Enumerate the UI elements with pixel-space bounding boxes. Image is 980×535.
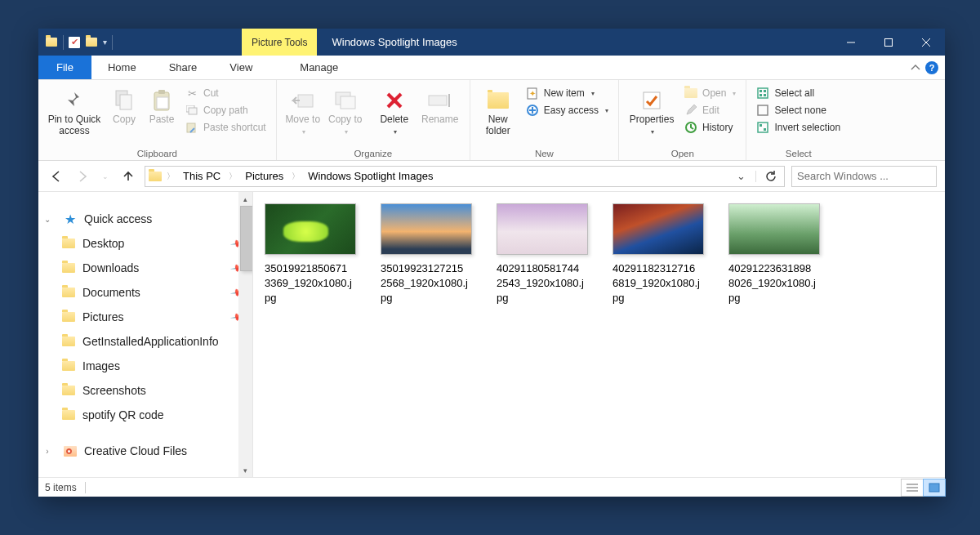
tree-item-downloads[interactable]: Downloads📌	[38, 256, 252, 280]
svg-rect-28	[764, 90, 766, 92]
qat-separator	[112, 35, 113, 50]
chevron-right-icon[interactable]: 〉	[163, 171, 178, 182]
tree-item-pictures[interactable]: Pictures📌	[38, 305, 252, 329]
edit-button[interactable]: Edit	[681, 103, 739, 118]
file-item[interactable]: 350199231272152568_1920x1080.jpg	[381, 203, 479, 306]
folder-icon[interactable]	[85, 36, 98, 49]
tab-home[interactable]: Home	[91, 56, 153, 79]
file-name: 350199218506713369_1920x1080.jpg	[265, 261, 363, 306]
tree-scrollbar[interactable]: ▴ ▾	[238, 192, 252, 477]
invert-selection-button[interactable]: Invert selection	[753, 120, 844, 135]
svg-rect-12	[298, 95, 313, 107]
copy-to-icon	[334, 90, 357, 111]
copy-path-button[interactable]: Copy path	[182, 103, 270, 118]
search-box[interactable]	[791, 166, 937, 187]
tree-item-documents[interactable]: Documents📌	[38, 280, 252, 305]
cut-icon: ✂	[185, 87, 198, 100]
maximize-button[interactable]	[870, 29, 907, 56]
history-icon	[684, 121, 697, 134]
tab-share[interactable]: Share	[153, 56, 214, 79]
back-button[interactable]	[50, 170, 63, 183]
chevron-right-icon[interactable]: 〉	[288, 171, 303, 182]
ribbon-collapse[interactable]: ?	[904, 56, 945, 79]
qat-overflow[interactable]: ▾	[103, 38, 107, 47]
easy-access-button[interactable]: Easy access▾	[523, 103, 612, 118]
history-button[interactable]: History	[681, 120, 739, 135]
paste-button[interactable]: Paste	[145, 83, 179, 126]
new-item-button[interactable]: ✦New item▾	[523, 86, 612, 100]
cut-button[interactable]: ✂Cut	[182, 86, 270, 100]
up-button[interactable]	[122, 170, 135, 183]
file-item[interactable]: 350199218506713369_1920x1080.jpg	[265, 203, 363, 306]
context-tab-picture-tools[interactable]: Picture Tools	[242, 29, 317, 56]
paste-shortcut-button[interactable]: Paste shortcut	[182, 120, 270, 135]
close-button[interactable]	[907, 29, 945, 56]
breadcrumb-this-pc[interactable]: This PC	[180, 170, 224, 182]
group-label: New	[477, 149, 612, 160]
status-bar: 5 items	[38, 477, 945, 497]
search-input[interactable]	[797, 170, 934, 182]
svg-rect-40	[929, 484, 939, 492]
tree-quick-access[interactable]: ⌄★Quick access	[38, 207, 252, 231]
group-organize: Move to ▾ Copy to ▾ Delete▾ Rename Organ…	[277, 80, 470, 160]
svg-rect-33	[760, 124, 762, 127]
chevron-right-icon[interactable]: 〉	[225, 171, 240, 182]
delete-icon	[385, 91, 403, 109]
thumbnails-view-button[interactable]	[923, 479, 946, 497]
tab-manage[interactable]: Manage	[283, 56, 354, 79]
scroll-up-icon[interactable]: ▴	[238, 192, 252, 206]
file-item[interactable]: 402911823127166819_1920x1080.jpg	[612, 203, 710, 306]
copy-to-button[interactable]: Copy to ▾	[326, 83, 365, 137]
folder-icon	[149, 172, 162, 181]
easy-access-icon	[526, 104, 539, 117]
delete-button[interactable]: Delete▾	[375, 83, 414, 137]
select-none-icon	[756, 104, 769, 117]
move-to-icon	[292, 90, 314, 111]
tab-view[interactable]: View	[213, 56, 269, 79]
properties-qat-icon[interactable]: ✔	[69, 37, 80, 48]
view-toggle	[901, 478, 945, 497]
rename-button[interactable]: Rename	[417, 83, 463, 126]
forward-button[interactable]	[76, 170, 89, 183]
refresh-button[interactable]	[761, 167, 781, 186]
group-label: Organize	[283, 149, 463, 160]
group-label: Open	[626, 149, 739, 160]
tree-item[interactable]: spotify QR code	[38, 403, 252, 427]
address-dropdown[interactable]: ⌄	[731, 167, 751, 186]
tree-item[interactable]: Images	[38, 354, 252, 378]
select-all-button[interactable]: Select all	[753, 86, 844, 100]
minimize-button[interactable]	[832, 29, 870, 56]
select-none-button[interactable]: Select none	[753, 103, 844, 118]
scroll-thumb[interactable]	[240, 206, 253, 271]
file-list[interactable]: 350199218506713369_1920x1080.jpg35019923…	[253, 192, 945, 477]
move-to-button[interactable]: Move to ▾	[283, 83, 323, 137]
tree-item[interactable]: GetInstalledApplicationInfo	[38, 329, 252, 354]
svg-rect-32	[758, 123, 768, 132]
tree-creative-cloud[interactable]: ›Creative Cloud Files	[38, 439, 252, 463]
svg-text:✦: ✦	[529, 89, 536, 98]
help-icon[interactable]: ?	[925, 61, 938, 74]
content-area: ⌄★Quick access Desktop📌 Downloads📌 Docum…	[38, 192, 945, 477]
scroll-down-icon[interactable]: ▾	[238, 463, 252, 477]
breadcrumb-current[interactable]: Windows Spotlight Images	[305, 170, 436, 182]
creative-cloud-icon	[63, 444, 78, 458]
group-label: Clipboard	[45, 149, 270, 160]
copy-button[interactable]: Copy	[107, 83, 141, 126]
recent-locations[interactable]: ⌄	[102, 172, 109, 181]
pin-to-quick-access-button[interactable]: Pin to Quick access	[45, 83, 104, 137]
properties-icon	[641, 90, 662, 111]
file-item[interactable]: 402912236318988026_1920x1080.jpg	[728, 203, 826, 306]
tree-item-desktop[interactable]: Desktop📌	[38, 231, 252, 256]
tab-file[interactable]: File	[38, 56, 91, 79]
navigation-pane: ⌄★Quick access Desktop📌 Downloads📌 Docum…	[38, 192, 253, 477]
new-folder-button[interactable]: New folder	[477, 83, 519, 137]
open-button[interactable]: Open▾	[681, 86, 739, 100]
tree-item[interactable]: Screenshots	[38, 378, 252, 403]
properties-button[interactable]: Properties▾	[626, 83, 678, 137]
details-view-button[interactable]	[901, 479, 924, 497]
file-item[interactable]: 402911805817442543_1920x1080.jpg	[497, 203, 595, 306]
breadcrumb-pictures[interactable]: Pictures	[242, 170, 287, 182]
qat-separator	[63, 35, 64, 50]
file-name: 402911805817442543_1920x1080.jpg	[497, 261, 595, 306]
address-bar[interactable]: 〉 This PC 〉 Pictures 〉 Windows Spotlight…	[145, 166, 785, 187]
